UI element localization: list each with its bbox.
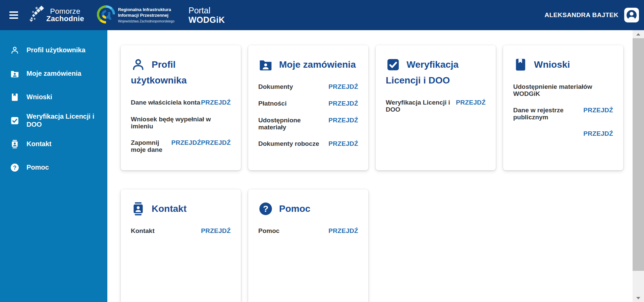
card-row: PłatnościPRZEJDŹ — [258, 100, 358, 107]
card-weryfikacja-licencji-i-doo: Weryfikacja Licencji i DOOWeryfikacja Li… — [376, 45, 496, 170]
card-row-label: Weryfikacja Licencji i DOO — [386, 99, 456, 113]
card-row-label: Udostępnienie materiałów WODGiK — [513, 83, 613, 97]
checkbox-checked-icon — [10, 116, 19, 125]
card-row-label: Wniosek będę wypełniał w imieniu — [131, 116, 231, 130]
sidebar-nav: Profil użytkownikaMoje zamówieniaWnioski… — [0, 30, 107, 302]
sidebar-item-kontakt[interactable]: Kontakt — [0, 132, 107, 156]
sidebar-item-profil-uzytkownika[interactable]: Profil użytkownika — [0, 39, 107, 62]
przejdz-link[interactable]: PRZEJDŹ — [201, 227, 231, 234]
folder-user-icon — [258, 57, 273, 72]
przejdz-link[interactable]: PRZEJDŹ — [583, 107, 613, 114]
portal-wodgik-page: { "header": { "pz_logo": {"line1": "Pomo… — [0, 0, 644, 302]
sidebar-item-label: Wnioski — [26, 93, 52, 101]
przejdz-link[interactable]: PRZEJDŹ — [328, 83, 358, 90]
card-row-links: PRZEJDŹ — [328, 100, 358, 107]
sidebar-item-weryfikacja-licencji-i-doo[interactable]: Weryfikacja Licencji i DOO — [0, 109, 107, 132]
card-row-links: PRZEJDŹ — [328, 83, 358, 90]
card-rows: Dane właściciela kontaPRZEJDŹWniosek będ… — [131, 99, 231, 153]
app-header: Pomorze Zachodnie Regionalna Infrastrukt… — [0, 0, 644, 30]
svg-text:?: ? — [263, 204, 268, 214]
portal-wodgik-title[interactable]: Portal WODGiK — [189, 6, 225, 24]
riip-logo[interactable]: Regionalna Infrastruktura Informacji Prz… — [97, 5, 174, 25]
scroll-up-arrow-icon — [636, 33, 640, 36]
przejdz-link[interactable]: PRZEJDŹ — [456, 99, 486, 106]
person-icon — [131, 57, 146, 72]
logged-user-name[interactable]: ALEKSANDRA BAJTEK — [545, 11, 619, 19]
card-row: Dane w rejestrze publicznymPRZEJDŹ — [513, 107, 613, 121]
card-rows: Weryfikacja Licencji i DOOPRZEJDŹ — [386, 99, 486, 113]
pz-logo-line1: Pomorze — [46, 8, 84, 15]
card-row-links: PRZEJDŹ — [328, 140, 358, 147]
book-icon — [513, 57, 528, 72]
card-profil-uzytkownika: Profil użytkownikaDane właściciela konta… — [121, 45, 241, 170]
przejdz-link[interactable]: PRZEJDŹ — [328, 140, 358, 147]
card-row-links: PRZEJDŹ — [583, 130, 613, 137]
portal-title-line2: WODGiK — [189, 15, 225, 24]
card-title-row: Moje zamówienia — [258, 57, 358, 72]
card-row: Weryfikacja Licencji i DOOPRZEJDŹ — [386, 99, 486, 113]
card-row-label: Dokumenty robocze — [258, 140, 319, 147]
card-row-links: PRZEJDŹPRZEJDŹ — [171, 139, 231, 146]
card-row-links: PRZEJDŹ — [328, 117, 358, 124]
przejdz-link[interactable]: PRZEJDŹ — [328, 100, 358, 107]
user-avatar-button[interactable] — [624, 7, 639, 23]
card-title: Moje zamówienia — [279, 59, 356, 70]
card-row-label: Zapomnij moje dane — [131, 139, 171, 153]
przejdz-link[interactable]: PRZEJDŹ — [201, 139, 231, 146]
riip-logo-line3: Województwa Zachodniopomorskiego — [118, 19, 174, 23]
portal-title-line1: Portal — [189, 6, 225, 15]
scroll-down-button[interactable] — [633, 294, 644, 302]
card-row-label: Dane właściciela konta — [131, 99, 200, 106]
book-icon — [10, 93, 19, 102]
menu-toggle-button[interactable] — [9, 11, 18, 19]
card-title: Kontakt — [152, 203, 186, 214]
card-row: Dokumenty roboczePRZEJDŹ — [258, 140, 358, 147]
sidebar-item-label: Kontakt — [26, 140, 51, 148]
card-row-links: PRZEJDŹ — [201, 99, 231, 106]
przejdz-link[interactable]: PRZEJDŹ — [201, 99, 231, 106]
card-row-label: Pomoc — [258, 227, 279, 234]
przejdz-link[interactable]: PRZEJDŹ — [583, 130, 613, 137]
przejdz-link[interactable]: PRZEJDŹ — [328, 117, 358, 124]
sidebar-item-wnioski[interactable]: Wnioski — [0, 85, 107, 109]
card-row-links: PRZEJDŹ — [328, 227, 358, 235]
card-row: Udostępnienie materiałów WODGiK — [513, 83, 613, 97]
przejdz-link[interactable]: PRZEJDŹ — [328, 227, 358, 234]
card-row-links: PRZEJDŹ — [583, 107, 613, 114]
sidebar-item-moje-zamowienia[interactable]: Moje zamówienia — [0, 62, 107, 85]
card-row-links: PRZEJDŹ — [456, 99, 486, 106]
card-rows: PomocPRZEJDŹ — [258, 227, 358, 235]
help-icon: ? — [258, 201, 273, 216]
card-title: Wnioski — [534, 59, 570, 70]
person-icon — [10, 46, 19, 55]
card-rows: DokumentyPRZEJDŹPłatnościPRZEJDŹUdostępn… — [258, 83, 358, 147]
vertical-scrollbar[interactable] — [633, 30, 644, 302]
riip-logo-line1: Regionalna Infrastruktura — [118, 7, 174, 12]
svg-text:?: ? — [13, 165, 16, 171]
scroll-up-button[interactable] — [633, 30, 644, 38]
card-title-row: Weryfikacja Licencji i DOO — [386, 57, 486, 88]
card-row: KontaktPRZEJDŹ — [131, 227, 231, 235]
card-row: PomocPRZEJDŹ — [258, 227, 358, 235]
card-rows: Udostępnienie materiałów WODGiKDane w re… — [513, 83, 613, 137]
dashboard-cards: Profil użytkownikaDane właściciela konta… — [121, 45, 624, 302]
scrollbar-thumb[interactable] — [633, 38, 644, 271]
card-moje-zamowienia: Moje zamówieniaDokumentyPRZEJDŹPłatności… — [248, 45, 368, 170]
card-row: Zapomnij moje danePRZEJDŹPRZEJDŹ — [131, 139, 231, 153]
sidebar-item-pomoc[interactable]: ?Pomoc — [0, 156, 107, 179]
main-content: Profil użytkownikaDane właściciela konta… — [107, 30, 644, 302]
help-icon: ? — [10, 163, 19, 172]
checkbox-checked-icon — [386, 57, 400, 72]
card-row: Wniosek będę wypełniał w imieniu — [131, 116, 231, 130]
card-row-label: Dokumenty — [258, 83, 293, 90]
pomorze-zachodnie-logo[interactable]: Pomorze Zachodnie — [28, 4, 84, 26]
card-title-row: Profil użytkownika — [131, 57, 231, 88]
contact-card-icon — [131, 201, 146, 216]
sidebar-item-label: Pomoc — [26, 164, 49, 172]
card-title: Pomoc — [279, 203, 310, 214]
przejdz-link[interactable]: PRZEJDŹ — [171, 139, 201, 146]
sidebar-item-label: Profil użytkownika — [26, 46, 86, 54]
card-wnioski: WnioskiUdostępnienie materiałów WODGiKDa… — [503, 45, 623, 170]
card-row-label: Płatności — [258, 100, 286, 107]
card-pomoc: ?PomocPomocPRZEJDŹ — [248, 189, 368, 302]
